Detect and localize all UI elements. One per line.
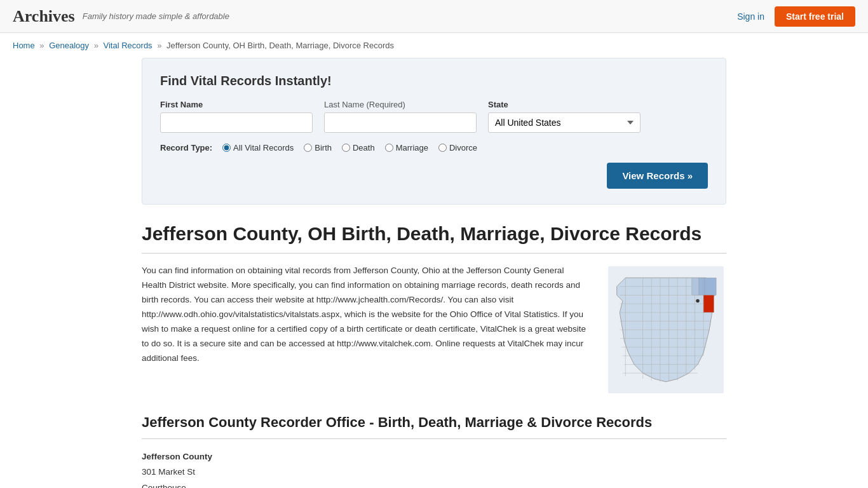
state-label: State — [488, 100, 641, 109]
sign-in-link[interactable]: Sign in — [737, 11, 764, 22]
breadcrumb-sep3: » — [157, 41, 161, 50]
record-type-all[interactable]: All Vital Records — [222, 143, 294, 152]
intro-text: You can find information on obtaining vi… — [142, 264, 590, 395]
breadcrumb-home[interactable]: Home — [13, 41, 35, 50]
breadcrumb-genealogy[interactable]: Genealogy — [49, 41, 89, 50]
record-type-label: Record Type: — [160, 143, 212, 152]
last-name-group: Last Name (Required) — [324, 100, 477, 133]
county-name: Jefferson County — [142, 452, 212, 461]
first-name-group: First Name — [160, 100, 313, 133]
address-line2: Courthouse — [142, 480, 726, 488]
logo: Archives — [13, 7, 75, 26]
record-type-row: Record Type: All Vital Records Birth Dea… — [160, 143, 708, 152]
recorder-section: Jefferson County Recorder Office - Birth… — [142, 414, 726, 488]
radio-marriage[interactable] — [385, 144, 393, 152]
first-name-input[interactable] — [160, 112, 313, 133]
svg-rect-21 — [703, 278, 716, 295]
breadcrumb-current: Jefferson County, OH Birth, Death, Marri… — [166, 41, 394, 50]
state-group: State All United States — [488, 100, 641, 133]
title-divider — [142, 253, 726, 254]
content-section: You can find information on obtaining vi… — [142, 264, 726, 395]
record-type-marriage[interactable]: Marriage — [385, 143, 428, 152]
start-trial-button[interactable]: Start free trial — [775, 6, 855, 27]
last-name-input[interactable] — [324, 112, 477, 133]
header: Archives Family history made simple & af… — [0, 0, 868, 33]
radio-birth[interactable] — [304, 144, 312, 152]
header-left: Archives Family history made simple & af… — [13, 7, 229, 26]
search-fields: First Name Last Name (Required) State Al… — [160, 100, 708, 133]
first-name-label: First Name — [160, 100, 313, 109]
search-box: Find Vital Records Instantly! First Name… — [142, 58, 726, 205]
last-name-label: Last Name (Required) — [324, 100, 477, 109]
ohio-map — [606, 266, 726, 395]
radio-death[interactable] — [342, 144, 350, 152]
record-type-divorce[interactable]: Divorce — [438, 143, 477, 152]
ohio-map-svg — [606, 266, 726, 393]
address-line1: 301 Market St — [142, 464, 726, 480]
recorder-title: Jefferson County Recorder Office - Birth… — [142, 414, 726, 431]
breadcrumb-sep2: » — [94, 41, 98, 50]
view-records-button[interactable]: View Records » — [607, 163, 708, 189]
record-type-birth[interactable]: Birth — [304, 143, 332, 152]
breadcrumb-sep1: » — [39, 41, 44, 50]
record-type-death[interactable]: Death — [342, 143, 375, 152]
county-info: Jefferson County 301 Market St Courthous… — [142, 449, 726, 488]
svg-rect-23 — [692, 278, 699, 295]
main-content: Find Vital Records Instantly! First Name… — [129, 58, 739, 488]
search-title: Find Vital Records Instantly! — [160, 74, 708, 88]
radio-divorce[interactable] — [438, 144, 447, 152]
svg-point-25 — [696, 299, 699, 302]
svg-rect-24 — [703, 295, 714, 312]
breadcrumb-vital-records[interactable]: Vital Records — [104, 41, 153, 50]
breadcrumb: Home » Genealogy » Vital Records » Jeffe… — [0, 33, 868, 58]
state-select[interactable]: All United States — [488, 112, 641, 133]
radio-all[interactable] — [222, 144, 231, 152]
header-right: Sign in Start free trial — [737, 6, 855, 27]
logo-tagline: Family history made simple & affordable — [83, 11, 229, 21]
recorder-title-divider — [142, 438, 726, 439]
page-title: Jefferson County, OH Birth, Death, Marri… — [142, 222, 726, 245]
view-records-row: View Records » — [160, 163, 708, 189]
